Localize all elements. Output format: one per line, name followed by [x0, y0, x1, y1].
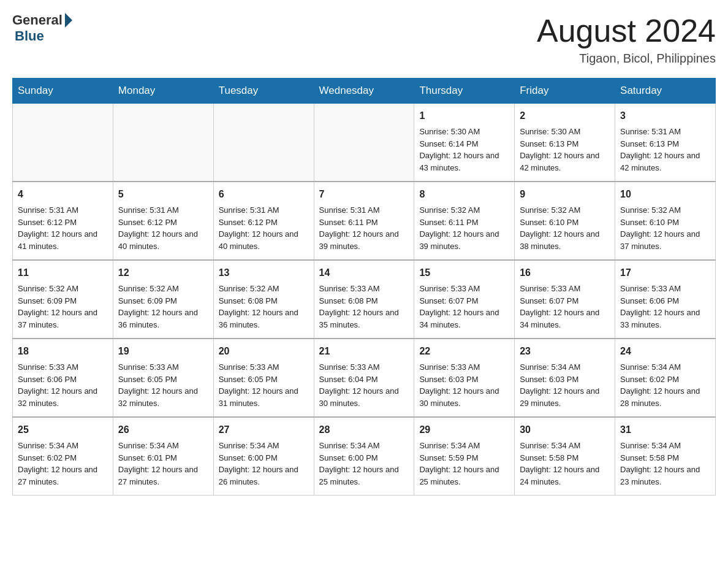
- day-info: Daylight: 12 hours and 37 minutes.: [620, 228, 710, 252]
- day-info: Sunset: 6:12 PM: [118, 216, 208, 229]
- day-info: Sunrise: 5:33 AM: [319, 283, 409, 295]
- day-number: 19: [118, 344, 208, 359]
- day-info: Daylight: 12 hours and 25 minutes.: [319, 464, 409, 488]
- calendar-header-wednesday: Wednesday: [314, 79, 414, 104]
- calendar-cell: 6Sunrise: 5:31 AMSunset: 6:12 PMDaylight…: [213, 182, 314, 260]
- calendar-cell: 21Sunrise: 5:33 AMSunset: 6:04 PMDayligh…: [314, 339, 414, 417]
- day-number: 22: [419, 344, 509, 359]
- calendar-cell: 16Sunrise: 5:33 AMSunset: 6:07 PMDayligh…: [515, 260, 615, 339]
- day-info: Daylight: 12 hours and 26 minutes.: [219, 464, 309, 488]
- day-info: Daylight: 12 hours and 27 minutes.: [118, 464, 208, 488]
- day-info: Daylight: 12 hours and 31 minutes.: [219, 385, 309, 409]
- day-number: 30: [520, 423, 610, 437]
- day-info: Sunrise: 5:33 AM: [18, 361, 108, 373]
- day-info: Daylight: 12 hours and 24 minutes.: [520, 464, 610, 488]
- day-info: Sunrise: 5:30 AM: [419, 126, 509, 138]
- calendar-header-thursday: Thursday: [414, 79, 515, 104]
- calendar-header-tuesday: Tuesday: [213, 79, 314, 104]
- calendar-week-1: 1Sunrise: 5:30 AMSunset: 6:14 PMDaylight…: [13, 104, 716, 182]
- day-info: Sunset: 6:04 PM: [319, 373, 409, 386]
- logo-blue-text: Blue: [15, 28, 44, 44]
- day-number: 20: [219, 344, 309, 359]
- calendar-header-row: SundayMondayTuesdayWednesdayThursdayFrid…: [13, 79, 716, 104]
- calendar-cell: 28Sunrise: 5:34 AMSunset: 6:00 PMDayligh…: [314, 417, 414, 496]
- day-info: Sunrise: 5:34 AM: [620, 440, 710, 452]
- day-info: Sunrise: 5:32 AM: [520, 204, 610, 216]
- day-info: Sunrise: 5:32 AM: [118, 283, 208, 295]
- day-info: Sunset: 6:00 PM: [319, 452, 409, 464]
- day-info: Daylight: 12 hours and 34 minutes.: [520, 307, 610, 331]
- calendar-cell: [113, 104, 213, 182]
- day-number: 21: [319, 344, 409, 359]
- calendar-cell: 9Sunrise: 5:32 AMSunset: 6:10 PMDaylight…: [515, 182, 615, 260]
- day-info: Daylight: 12 hours and 43 minutes.: [419, 150, 509, 174]
- page-header: General Blue August 2024 Tigaon, Bicol, …: [12, 12, 716, 66]
- day-number: 9: [520, 187, 610, 202]
- day-number: 17: [620, 266, 710, 280]
- day-info: Sunrise: 5:31 AM: [620, 126, 710, 138]
- day-info: Sunset: 6:08 PM: [219, 295, 309, 307]
- day-info: Daylight: 12 hours and 36 minutes.: [219, 307, 309, 331]
- day-info: Daylight: 12 hours and 41 minutes.: [18, 228, 108, 252]
- calendar-cell: 29Sunrise: 5:34 AMSunset: 5:59 PMDayligh…: [414, 417, 515, 496]
- day-number: 4: [18, 187, 108, 202]
- day-info: Sunrise: 5:33 AM: [219, 361, 309, 373]
- day-number: 13: [219, 266, 309, 280]
- calendar-cell: 10Sunrise: 5:32 AMSunset: 6:10 PMDayligh…: [615, 182, 716, 260]
- day-number: 5: [118, 187, 208, 202]
- calendar-week-5: 25Sunrise: 5:34 AMSunset: 6:02 PMDayligh…: [13, 417, 716, 496]
- day-info: Sunrise: 5:33 AM: [520, 283, 610, 295]
- day-info: Daylight: 12 hours and 42 minutes.: [620, 150, 710, 174]
- day-info: Daylight: 12 hours and 37 minutes.: [18, 307, 108, 331]
- day-info: Sunset: 6:09 PM: [18, 295, 108, 307]
- day-info: Daylight: 12 hours and 42 minutes.: [520, 150, 610, 174]
- day-info: Sunrise: 5:32 AM: [219, 283, 309, 295]
- day-info: Sunset: 6:01 PM: [118, 452, 208, 464]
- day-info: Sunset: 6:03 PM: [419, 373, 509, 386]
- calendar-cell: 5Sunrise: 5:31 AMSunset: 6:12 PMDaylight…: [113, 182, 213, 260]
- calendar-cell: [13, 104, 113, 182]
- day-info: Sunset: 6:13 PM: [520, 138, 610, 150]
- day-number: 7: [319, 187, 409, 202]
- day-number: 11: [18, 266, 108, 280]
- day-number: 29: [419, 423, 509, 437]
- day-info: Sunrise: 5:31 AM: [18, 204, 108, 216]
- calendar-cell: 23Sunrise: 5:34 AMSunset: 6:03 PMDayligh…: [515, 339, 615, 417]
- day-info: Sunrise: 5:31 AM: [319, 204, 409, 216]
- calendar-table: SundayMondayTuesdayWednesdayThursdayFrid…: [12, 78, 716, 496]
- day-info: Daylight: 12 hours and 34 minutes.: [419, 307, 509, 331]
- day-info: Sunset: 6:10 PM: [620, 216, 710, 229]
- calendar-cell: 17Sunrise: 5:33 AMSunset: 6:06 PMDayligh…: [615, 260, 716, 339]
- day-info: Daylight: 12 hours and 32 minutes.: [18, 385, 108, 409]
- calendar-cell: [213, 104, 314, 182]
- day-info: Sunset: 6:08 PM: [319, 295, 409, 307]
- location-text: Tigaon, Bicol, Philippines: [537, 52, 716, 66]
- day-number: 1: [419, 109, 509, 123]
- day-info: Daylight: 12 hours and 29 minutes.: [520, 385, 610, 409]
- day-info: Sunrise: 5:32 AM: [620, 204, 710, 216]
- day-info: Daylight: 12 hours and 32 minutes.: [118, 385, 208, 409]
- logo-arrow-icon: [65, 13, 72, 28]
- day-info: Sunrise: 5:34 AM: [620, 361, 710, 373]
- day-info: Daylight: 12 hours and 25 minutes.: [419, 464, 509, 488]
- day-info: Sunset: 6:03 PM: [520, 373, 610, 386]
- day-info: Sunrise: 5:34 AM: [319, 440, 409, 452]
- day-number: 25: [18, 423, 108, 437]
- day-info: Sunrise: 5:32 AM: [18, 283, 108, 295]
- calendar-cell: 11Sunrise: 5:32 AMSunset: 6:09 PMDayligh…: [13, 260, 113, 339]
- calendar-cell: 14Sunrise: 5:33 AMSunset: 6:08 PMDayligh…: [314, 260, 414, 339]
- day-number: 23: [520, 344, 610, 359]
- day-info: Sunrise: 5:33 AM: [620, 283, 710, 295]
- calendar-cell: 18Sunrise: 5:33 AMSunset: 6:06 PMDayligh…: [13, 339, 113, 417]
- day-number: 15: [419, 266, 509, 280]
- calendar-cell: 13Sunrise: 5:32 AMSunset: 6:08 PMDayligh…: [213, 260, 314, 339]
- day-info: Sunrise: 5:33 AM: [419, 283, 509, 295]
- day-info: Daylight: 12 hours and 36 minutes.: [118, 307, 208, 331]
- day-info: Daylight: 12 hours and 30 minutes.: [419, 385, 509, 409]
- day-info: Sunset: 6:02 PM: [620, 373, 710, 386]
- day-info: Sunrise: 5:34 AM: [219, 440, 309, 452]
- day-number: 18: [18, 344, 108, 359]
- calendar-cell: [314, 104, 414, 182]
- day-info: Daylight: 12 hours and 33 minutes.: [620, 307, 710, 331]
- day-info: Daylight: 12 hours and 40 minutes.: [219, 228, 309, 252]
